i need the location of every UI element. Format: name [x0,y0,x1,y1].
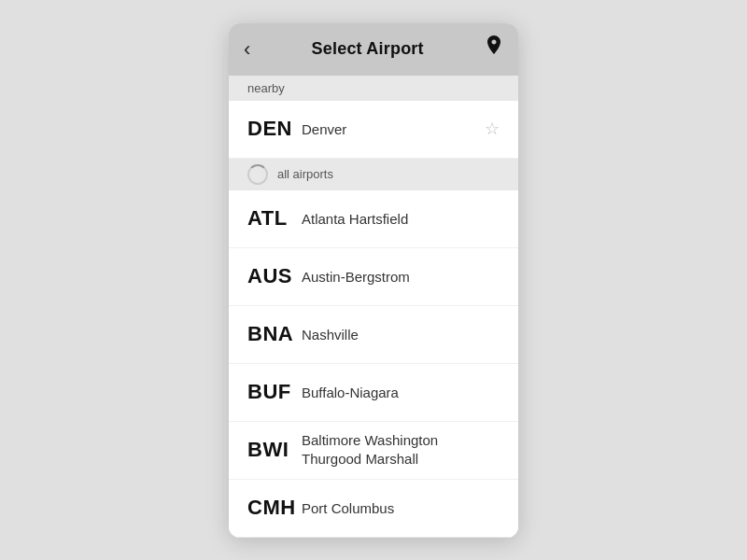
nearby-section-header: nearby [229,76,518,101]
loading-spinner [247,164,268,185]
airport-item-bwi[interactable]: BWI Baltimore WashingtonThurgood Marshal… [229,422,518,480]
airport-name-den: Denver [302,121,477,137]
airport-code-atl: ATL [247,206,302,231]
airport-name-atl: Atlanta Hartsfield [302,211,500,227]
airport-name-buf: Buffalo-Niagara [302,385,500,400]
header: ‹ Select Airport [229,23,518,76]
airport-item-buf[interactable]: BUF Buffalo-Niagara [229,364,518,422]
back-button[interactable]: ‹ [244,37,250,62]
all-airports-label: all airports [277,167,333,181]
header-title: Select Airport [312,39,424,59]
airport-code-aus: AUS [247,264,302,288]
airport-name-cmh: Port Columbus [302,500,500,516]
airport-item-bna[interactable]: BNA Nashville [229,306,518,364]
location-icon[interactable] [485,35,503,63]
airport-item-den[interactable]: DEN Denver ☆ [229,101,518,159]
favorite-star-den[interactable]: ☆ [485,119,500,139]
airport-name-bna: Nashville [302,327,500,343]
airport-item-cmh[interactable]: CMH Port Columbus [229,480,518,538]
airport-item-aus[interactable]: AUS Austin-Bergstrom [229,248,518,306]
airport-code-cmh: CMH [247,496,302,520]
airport-code-den: DEN [247,117,302,141]
airport-code-bna: BNA [247,322,302,346]
all-airports-section-header: all airports [229,159,518,190]
phone-frame: ‹ Select Airport nearby DEN Denver ☆ all… [229,23,518,538]
airport-code-buf: BUF [247,380,302,404]
airport-code-bwi: BWI [247,438,302,462]
all-airports-list: ATL Atlanta Hartsfield AUS Austin-Bergst… [229,190,518,538]
airport-name-aus: Austin-Bergstrom [302,269,500,285]
airport-name-bwi: Baltimore WashingtonThurgood Marshall [302,431,500,469]
airport-item-atl[interactable]: ATL Atlanta Hartsfield [229,190,518,248]
